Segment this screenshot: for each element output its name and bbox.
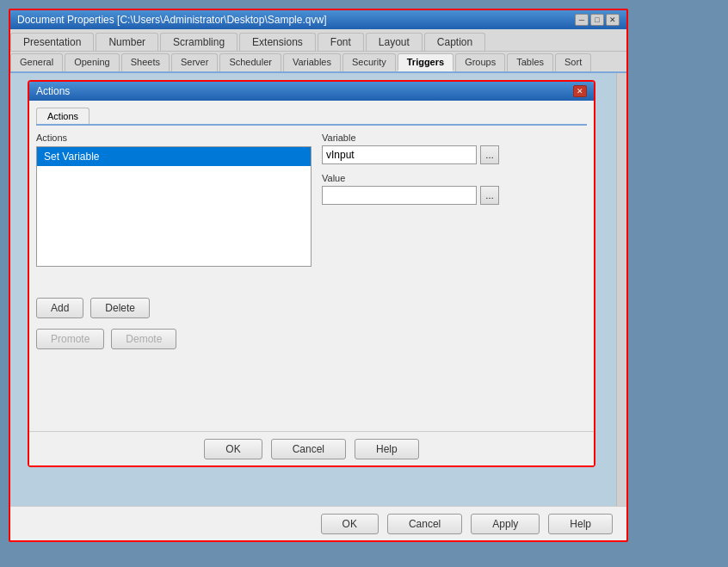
tab-security[interactable]: Security xyxy=(342,53,396,71)
close-icon: ✕ xyxy=(609,15,616,24)
demote-button[interactable]: Demote xyxy=(111,329,176,349)
tab-scheduler[interactable]: Scheduler xyxy=(219,53,281,71)
tab-bar-2: General Opening Sheets Server Scheduler … xyxy=(10,52,626,73)
tab-variables[interactable]: Variables xyxy=(283,53,341,71)
tab-presentation[interactable]: Presentation xyxy=(10,33,94,51)
dialog-body: Actions Actions Set Variable xyxy=(29,101,594,424)
value-field-group: Value … xyxy=(322,173,587,205)
tab-scrambling[interactable]: Scrambling xyxy=(160,33,238,51)
variable-label: Variable xyxy=(322,133,587,143)
tab-sort[interactable]: Sort xyxy=(555,53,591,71)
list-item[interactable]: Set Variable xyxy=(37,147,311,166)
value-browse-icon: … xyxy=(485,191,494,200)
close-button[interactable]: ✕ xyxy=(606,14,620,26)
left-column: Actions Set Variable xyxy=(36,133,312,287)
tab-bar-1: Presentation Number Scrambling Extension… xyxy=(10,29,626,52)
maximize-button[interactable]: □ xyxy=(590,14,604,26)
value-field-row: … xyxy=(322,186,587,205)
action-buttons-row: Add Delete xyxy=(36,298,587,318)
minimize-button[interactable]: ─ xyxy=(575,14,589,26)
inner-tab-bar: Actions xyxy=(36,108,587,126)
title-bar-buttons: ─ □ ✕ xyxy=(575,14,620,26)
tab-extensions[interactable]: Extensions xyxy=(239,33,316,51)
promote-button[interactable]: Promote xyxy=(36,329,104,349)
value-browse-button[interactable]: … xyxy=(480,186,499,205)
scroll-area: Actions ✕ Actions Actions Set Var xyxy=(10,73,626,527)
cancel-button[interactable]: Cancel xyxy=(387,514,462,534)
dialog-title-bar: Actions ✕ xyxy=(29,82,594,101)
variable-browse-button[interactable]: … xyxy=(480,145,499,164)
value-label: Value xyxy=(322,173,587,183)
apply-button[interactable]: Apply xyxy=(471,514,540,534)
actions-dialog: Actions ✕ Actions Actions Set Var xyxy=(28,80,595,467)
variable-field-group: Variable … xyxy=(322,133,587,164)
delete-button[interactable]: Delete xyxy=(90,298,150,318)
dialog-close-button[interactable]: ✕ xyxy=(573,85,587,97)
tab-general[interactable]: General xyxy=(10,53,63,71)
dialog-help-button[interactable]: Help xyxy=(355,439,419,459)
window-title: Document Properties [C:\Users\Administra… xyxy=(17,14,326,26)
outer-footer: OK Cancel Apply Help xyxy=(10,506,626,540)
maximize-icon: □ xyxy=(595,15,599,24)
value-input[interactable] xyxy=(322,186,477,205)
minimize-icon: ─ xyxy=(579,15,584,24)
outer-window: Document Properties [C:\Users\Administra… xyxy=(9,9,628,542)
promote-demote-row: Promote Demote xyxy=(36,329,587,349)
tab-groups[interactable]: Groups xyxy=(455,53,505,71)
inner-tab-actions[interactable]: Actions xyxy=(36,108,89,124)
scroll-bar[interactable] xyxy=(616,73,626,527)
two-column-layout: Actions Set Variable Variable xyxy=(36,133,587,287)
variable-input[interactable] xyxy=(322,145,477,164)
browse-icon: … xyxy=(485,151,494,160)
dialog-footer: OK Cancel Help xyxy=(29,431,594,465)
title-bar: Document Properties [C:\Users\Administra… xyxy=(10,10,626,29)
dialog-title: Actions xyxy=(36,85,70,97)
tab-server[interactable]: Server xyxy=(171,53,218,71)
tab-sheets[interactable]: Sheets xyxy=(121,53,170,71)
variable-field-row: … xyxy=(322,145,587,164)
tab-number[interactable]: Number xyxy=(96,33,158,51)
help-button[interactable]: Help xyxy=(548,514,613,534)
dialog-ok-button[interactable]: OK xyxy=(204,439,262,459)
actions-list[interactable]: Set Variable xyxy=(36,146,312,267)
add-button[interactable]: Add xyxy=(36,298,83,318)
actions-list-label: Actions xyxy=(36,133,312,143)
dialog-cancel-button[interactable]: Cancel xyxy=(271,439,346,459)
tab-tables[interactable]: Tables xyxy=(507,53,553,71)
tab-opening[interactable]: Opening xyxy=(65,53,120,71)
dialog-close-icon: ✕ xyxy=(577,87,583,96)
tab-caption[interactable]: Caption xyxy=(424,33,485,51)
tab-triggers[interactable]: Triggers xyxy=(398,53,453,71)
tab-font[interactable]: Font xyxy=(318,33,364,51)
tab-layout[interactable]: Layout xyxy=(366,33,423,51)
ok-button[interactable]: OK xyxy=(321,514,379,534)
right-column: Variable … Value xyxy=(322,133,587,287)
